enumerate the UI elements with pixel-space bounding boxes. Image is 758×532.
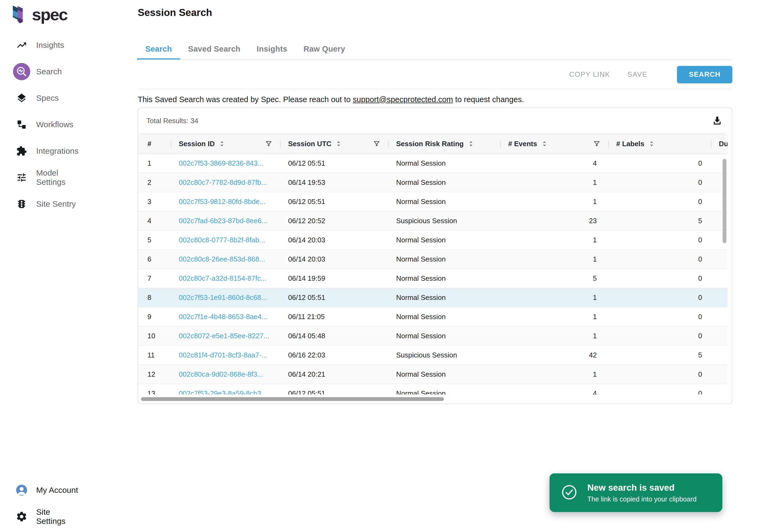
session-id-link[interactable]: 002c7fad-6b23-87bd-8ee6... [179, 217, 267, 225]
row-number-cell: 4 [138, 217, 171, 225]
copy-link-button[interactable]: COPY LINK [569, 70, 610, 79]
row-number-cell: 12 [138, 370, 171, 378]
sidebar-item-insights[interactable]: Insights [0, 32, 81, 58]
column-header-label: Session Risk Rating [396, 140, 464, 148]
results-panel: Total Results: 34 #Session IDSession UTC… [138, 108, 732, 404]
session-utc-cell: 06/11 21:05 [280, 313, 388, 321]
vertical-scrollbar[interactable] [723, 159, 726, 243]
risk-rating-cell: Normal Session [388, 255, 500, 264]
download-icon [712, 115, 723, 126]
table-row[interactable]: 3002c7f53-9812-80fd-8bde...06/12 05:51No… [138, 193, 728, 212]
table-row[interactable]: 8002c7f53-1e91-860d-8c68...06/12 05:51No… [138, 288, 728, 307]
session-id-link[interactable]: 002c80c7-a32d-8154-87fc... [179, 274, 266, 282]
labels-cell: 0 [608, 389, 711, 395]
sort-icon[interactable] [467, 140, 474, 147]
session-id-cell: 002c7fad-6b23-87bd-8ee6... [171, 217, 280, 225]
tune-icon [13, 169, 30, 186]
row-number-cell: 3 [138, 197, 171, 206]
risk-rating-cell: Normal Session [388, 197, 500, 206]
session-id-link[interactable]: 002c8072-e5e1-85ee-8227... [179, 332, 269, 340]
sidebar-item-model-settings[interactable]: Model Settings [0, 164, 81, 191]
sidebar-item-label: Site Sentry [36, 199, 76, 209]
session-id-link[interactable]: 002c7f53-3869-8236-843... [179, 159, 263, 167]
session-id-cell: 002c7f53-1e91-860d-8c68... [171, 294, 280, 302]
table-row[interactable]: 4002c7fad-6b23-87bd-8ee6...06/12 20:52Su… [138, 212, 728, 231]
labels-cell: 0 [608, 236, 711, 244]
search-button[interactable]: SEARCH [677, 66, 732, 83]
events-cell: 42 [500, 351, 608, 359]
filter-icon[interactable] [593, 140, 601, 148]
save-button[interactable]: SAVE [628, 70, 647, 79]
session-id-link[interactable]: 002c80c7-7782-8d9d-87fb... [179, 178, 267, 187]
sidebar-item-integrations[interactable]: Integrations [0, 138, 81, 164]
brand-logo[interactable]: spec [8, 4, 67, 25]
tab-raw-query[interactable]: Raw Query [295, 38, 353, 60]
filter-icon[interactable] [265, 140, 272, 148]
sidebar-item-label: Specs [36, 93, 58, 103]
events-cell: 23 [500, 217, 608, 225]
risk-rating-cell: Suspicious Session [388, 217, 500, 225]
session-id-link[interactable]: 002c7f1e-4b48-8653-8ae4... [179, 313, 267, 321]
risk-rating-cell: Normal Session [388, 159, 500, 167]
table-row[interactable]: 5002c80c8-0777-8b2f-8fab...06/14 20:03No… [138, 231, 728, 250]
session-id-link[interactable]: 002c80c8-26ee-853d-868... [179, 255, 265, 263]
column-header-session-risk-rating[interactable]: Session Risk Rating [388, 134, 500, 154]
session-id-link[interactable]: 002c81f4-d701-8cf3-8aa7-... [179, 351, 267, 359]
sidebar-item-label: Integrations [36, 146, 79, 156]
risk-rating-cell: Suspicious Session [388, 351, 500, 359]
table-row[interactable]: 9002c7f1e-4b48-8653-8ae4...06/11 21:05No… [138, 307, 728, 327]
table-row[interactable]: 6002c80c8-26ee-853d-868...06/14 20:03Nor… [138, 250, 728, 269]
column-header-labels[interactable]: # Labels [608, 134, 711, 154]
trending-up-icon [13, 36, 30, 54]
session-utc-cell: 06/14 19:53 [280, 178, 388, 187]
traffic-light-icon [13, 195, 30, 213]
column-header-events[interactable]: # Events [500, 134, 608, 154]
events-cell: 1 [500, 294, 608, 302]
download-button[interactable] [711, 114, 724, 127]
sort-icon[interactable] [219, 140, 225, 147]
events-cell: 4 [500, 159, 608, 167]
table-row[interactable]: 1002c7f53-3869-8236-843...06/12 05:51Nor… [138, 154, 728, 173]
row-number-cell: 11 [138, 351, 171, 359]
session-id-link[interactable]: 002c7f53-1e91-860d-8c68... [179, 294, 267, 301]
sidebar-item-site-settings[interactable]: Site Settings [0, 508, 81, 525]
table-row[interactable]: 7002c80c7-a32d-8154-87fc...06/14 19:59No… [138, 269, 728, 288]
labels-cell: 0 [608, 274, 711, 283]
support-email-link[interactable]: support@specprotected.com [353, 95, 453, 104]
sort-icon[interactable] [648, 140, 655, 147]
table-row[interactable]: 2002c80c7-7782-8d9d-87fb...06/14 19:53No… [138, 173, 728, 193]
sidebar-item-site-sentry[interactable]: Site Sentry [0, 191, 81, 217]
labels-cell: 0 [608, 370, 711, 378]
table-row[interactable]: 11002c81f4-d701-8cf3-8aa7-...06/16 22:03… [138, 346, 728, 365]
tab-saved-search[interactable]: Saved Search [180, 38, 249, 60]
filter-icon[interactable] [373, 140, 380, 148]
sidebar-item-search[interactable]: Search [0, 58, 81, 85]
tab-search[interactable]: Search [137, 38, 180, 60]
sidebar-item-specs[interactable]: Specs [0, 85, 81, 111]
session-id-link[interactable]: 002c7f53-9812-80fd-8bde... [179, 197, 265, 206]
session-id-cell: 002c80c7-a32d-8154-87fc... [171, 274, 280, 283]
table-row[interactable]: 13002c7f53-29e3-8a59-8cb3...06/12 05:51N… [138, 384, 728, 395]
table-row[interactable]: 12002c80ca-9d02-868e-8f3...06/14 20:21No… [138, 365, 728, 384]
session-id-link[interactable]: 002c7f53-29e3-8a59-8cb3... [179, 389, 267, 395]
session-id-cell: 002c80ca-9d02-868e-8f3... [171, 370, 280, 378]
sidebar-item-label: Workflows [36, 120, 73, 129]
sort-icon[interactable] [541, 140, 548, 147]
sort-icon[interactable] [335, 140, 342, 147]
table-row[interactable]: 10002c8072-e5e1-85ee-8227...06/14 05:48N… [138, 327, 728, 346]
column-header-session-id[interactable]: Session ID [171, 134, 280, 154]
row-number-cell: 9 [138, 313, 171, 321]
spec-logo-icon [8, 4, 28, 25]
column-header-label: # Labels [616, 140, 644, 148]
sidebar-item-workflows[interactable]: Workflows [0, 111, 81, 138]
session-id-link[interactable]: 002c80ca-9d02-868e-8f3... [179, 370, 263, 378]
column-header-session-utc[interactable]: Session UTC [280, 134, 388, 154]
sidebar-item-label: My Account [36, 485, 78, 495]
table-scroll-area: #Session IDSession UTCSession Risk Ratin… [138, 133, 728, 395]
sidebar-item-my-account[interactable]: My Account [0, 481, 81, 499]
session-id-link[interactable]: 002c80c8-0777-8b2f-8fab... [179, 236, 265, 244]
tab-insights[interactable]: Insights [249, 38, 295, 60]
horizontal-scrollbar[interactable] [141, 397, 444, 401]
labels-cell: 0 [608, 332, 711, 340]
sidebar: spec InsightsSearchSpecsWorkflowsIntegra… [0, 0, 81, 532]
